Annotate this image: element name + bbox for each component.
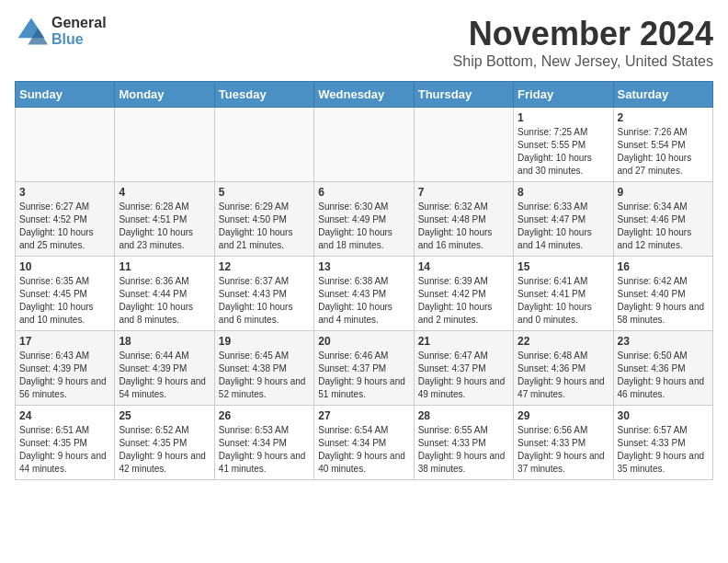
calendar-cell	[16, 108, 115, 182]
day-number: 6	[318, 186, 409, 199]
calendar-cell: 15Sunrise: 6:41 AMSunset: 4:41 PMDayligh…	[514, 257, 613, 331]
day-info: Sunrise: 6:48 AMSunset: 4:36 PMDaylight:…	[518, 350, 609, 401]
logo-icon	[15, 15, 48, 48]
calendar-cell	[115, 108, 214, 182]
day-number: 4	[119, 186, 210, 199]
calendar-cell: 29Sunrise: 6:56 AMSunset: 4:33 PMDayligh…	[514, 406, 613, 480]
calendar-cell: 1Sunrise: 7:25 AMSunset: 5:55 PMDaylight…	[514, 108, 613, 182]
calendar-cell: 23Sunrise: 6:50 AMSunset: 4:36 PMDayligh…	[613, 331, 712, 406]
calendar-cell: 25Sunrise: 6:52 AMSunset: 4:35 PMDayligh…	[115, 406, 214, 480]
calendar-cell	[214, 108, 313, 182]
day-info: Sunrise: 6:47 AMSunset: 4:37 PMDaylight:…	[418, 350, 509, 401]
day-header-monday: Monday	[115, 82, 214, 108]
calendar-cell: 18Sunrise: 6:44 AMSunset: 4:39 PMDayligh…	[115, 331, 214, 406]
calendar-cell	[314, 108, 414, 182]
day-header-tuesday: Tuesday	[214, 82, 313, 108]
day-number: 28	[418, 409, 509, 422]
calendar-cell: 11Sunrise: 6:36 AMSunset: 4:44 PMDayligh…	[115, 257, 214, 331]
calendar-week-5: 24Sunrise: 6:51 AMSunset: 4:35 PMDayligh…	[16, 406, 713, 480]
day-number: 9	[618, 186, 709, 199]
calendar-cell: 10Sunrise: 6:35 AMSunset: 4:45 PMDayligh…	[16, 257, 115, 331]
day-number: 27	[318, 409, 409, 422]
day-number: 21	[418, 335, 509, 348]
calendar-cell: 7Sunrise: 6:32 AMSunset: 4:48 PMDaylight…	[414, 182, 513, 257]
main-title: November 2024	[453, 15, 713, 53]
day-number: 3	[19, 186, 110, 199]
calendar-cell: 3Sunrise: 6:27 AMSunset: 4:52 PMDaylight…	[16, 182, 115, 257]
day-number: 11	[119, 260, 210, 273]
day-info: Sunrise: 6:43 AMSunset: 4:39 PMDaylight:…	[19, 350, 110, 401]
day-info: Sunrise: 6:34 AMSunset: 4:46 PMDaylight:…	[618, 201, 709, 252]
day-number: 18	[119, 335, 210, 348]
day-number: 14	[418, 260, 509, 273]
calendar-cell: 27Sunrise: 6:54 AMSunset: 4:34 PMDayligh…	[314, 406, 414, 480]
day-number: 19	[219, 335, 310, 348]
day-info: Sunrise: 6:56 AMSunset: 4:33 PMDaylight:…	[518, 424, 609, 476]
calendar-cell: 17Sunrise: 6:43 AMSunset: 4:39 PMDayligh…	[16, 331, 115, 406]
calendar-cell: 21Sunrise: 6:47 AMSunset: 4:37 PMDayligh…	[414, 331, 513, 406]
logo-general-text: General	[51, 15, 107, 31]
calendar-cell: 19Sunrise: 6:45 AMSunset: 4:38 PMDayligh…	[214, 331, 313, 406]
day-header-friday: Friday	[514, 82, 613, 108]
day-info: Sunrise: 6:35 AMSunset: 4:45 PMDaylight:…	[19, 275, 110, 327]
calendar-header-row: SundayMondayTuesdayWednesdayThursdayFrid…	[16, 82, 713, 108]
day-info: Sunrise: 6:30 AMSunset: 4:49 PMDaylight:…	[318, 201, 409, 252]
day-number: 12	[219, 260, 310, 273]
day-info: Sunrise: 6:46 AMSunset: 4:37 PMDaylight:…	[318, 350, 409, 401]
day-number: 30	[618, 409, 709, 422]
day-info: Sunrise: 6:42 AMSunset: 4:40 PMDaylight:…	[618, 275, 709, 327]
day-number: 24	[19, 409, 110, 422]
calendar-cell: 16Sunrise: 6:42 AMSunset: 4:40 PMDayligh…	[613, 257, 712, 331]
calendar-week-4: 17Sunrise: 6:43 AMSunset: 4:39 PMDayligh…	[16, 331, 713, 406]
subtitle: Ship Bottom, New Jersey, United States	[453, 53, 713, 70]
logo: General Blue	[15, 15, 107, 48]
day-number: 25	[119, 409, 210, 422]
day-number: 26	[219, 409, 310, 422]
calendar-cell	[414, 108, 513, 182]
logo-text: General Blue	[51, 15, 107, 47]
day-info: Sunrise: 6:33 AMSunset: 4:47 PMDaylight:…	[518, 201, 609, 252]
day-info: Sunrise: 6:51 AMSunset: 4:35 PMDaylight:…	[19, 424, 110, 476]
day-number: 20	[318, 335, 409, 348]
calendar-week-1: 1Sunrise: 7:25 AMSunset: 5:55 PMDaylight…	[16, 108, 713, 182]
day-info: Sunrise: 6:32 AMSunset: 4:48 PMDaylight:…	[418, 201, 509, 252]
calendar-week-3: 10Sunrise: 6:35 AMSunset: 4:45 PMDayligh…	[16, 257, 713, 331]
day-info: Sunrise: 6:54 AMSunset: 4:34 PMDaylight:…	[318, 424, 409, 476]
day-number: 23	[618, 335, 709, 348]
day-number: 15	[518, 260, 609, 273]
day-number: 16	[618, 260, 709, 273]
title-section: November 2024 Ship Bottom, New Jersey, U…	[453, 15, 713, 70]
day-number: 13	[318, 260, 409, 273]
day-number: 10	[19, 260, 110, 273]
calendar-cell: 28Sunrise: 6:55 AMSunset: 4:33 PMDayligh…	[414, 406, 513, 480]
day-info: Sunrise: 6:27 AMSunset: 4:52 PMDaylight:…	[19, 201, 110, 252]
day-info: Sunrise: 6:55 AMSunset: 4:33 PMDaylight:…	[418, 424, 509, 476]
day-info: Sunrise: 6:41 AMSunset: 4:41 PMDaylight:…	[518, 275, 609, 327]
calendar-cell: 24Sunrise: 6:51 AMSunset: 4:35 PMDayligh…	[16, 406, 115, 480]
calendar-cell: 30Sunrise: 6:57 AMSunset: 4:33 PMDayligh…	[613, 406, 712, 480]
day-info: Sunrise: 6:50 AMSunset: 4:36 PMDaylight:…	[618, 350, 709, 401]
calendar-cell: 13Sunrise: 6:38 AMSunset: 4:43 PMDayligh…	[314, 257, 414, 331]
calendar-cell: 4Sunrise: 6:28 AMSunset: 4:51 PMDaylight…	[115, 182, 214, 257]
day-info: Sunrise: 6:29 AMSunset: 4:50 PMDaylight:…	[219, 201, 310, 252]
calendar-body: 1Sunrise: 7:25 AMSunset: 5:55 PMDaylight…	[16, 108, 713, 480]
day-info: Sunrise: 6:44 AMSunset: 4:39 PMDaylight:…	[119, 350, 210, 401]
day-info: Sunrise: 6:52 AMSunset: 4:35 PMDaylight:…	[119, 424, 210, 476]
day-number: 1	[518, 111, 609, 124]
day-info: Sunrise: 7:26 AMSunset: 5:54 PMDaylight:…	[618, 126, 709, 178]
calendar-week-2: 3Sunrise: 6:27 AMSunset: 4:52 PMDaylight…	[16, 182, 713, 257]
calendar-cell: 26Sunrise: 6:53 AMSunset: 4:34 PMDayligh…	[214, 406, 313, 480]
day-number: 29	[518, 409, 609, 422]
day-number: 5	[219, 186, 310, 199]
day-info: Sunrise: 6:45 AMSunset: 4:38 PMDaylight:…	[219, 350, 310, 401]
day-number: 2	[618, 111, 709, 124]
day-header-saturday: Saturday	[613, 82, 712, 108]
calendar-cell: 12Sunrise: 6:37 AMSunset: 4:43 PMDayligh…	[214, 257, 313, 331]
calendar-cell: 6Sunrise: 6:30 AMSunset: 4:49 PMDaylight…	[314, 182, 414, 257]
calendar-cell: 2Sunrise: 7:26 AMSunset: 5:54 PMDaylight…	[613, 108, 712, 182]
calendar-cell: 20Sunrise: 6:46 AMSunset: 4:37 PMDayligh…	[314, 331, 414, 406]
header: General Blue November 2024 Ship Bottom, …	[15, 15, 713, 70]
logo-blue-text: Blue	[51, 31, 107, 48]
day-header-thursday: Thursday	[414, 82, 513, 108]
day-info: Sunrise: 6:36 AMSunset: 4:44 PMDaylight:…	[119, 275, 210, 327]
